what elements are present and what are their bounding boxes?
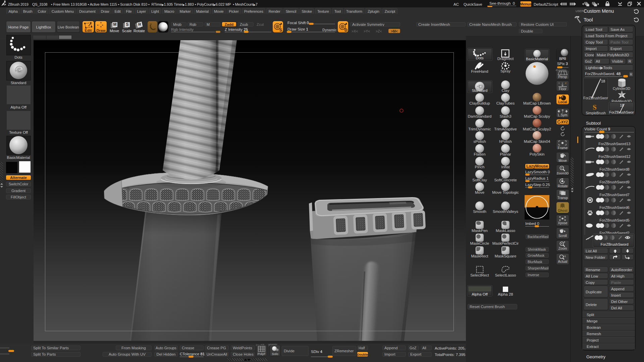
svg-text:z: z [565,82,567,84]
svg-text:x: x [558,82,560,84]
svg-text:y: y [562,82,563,84]
svg-text:x1: x1 [563,255,566,258]
svg-text:S: S [593,103,597,111]
